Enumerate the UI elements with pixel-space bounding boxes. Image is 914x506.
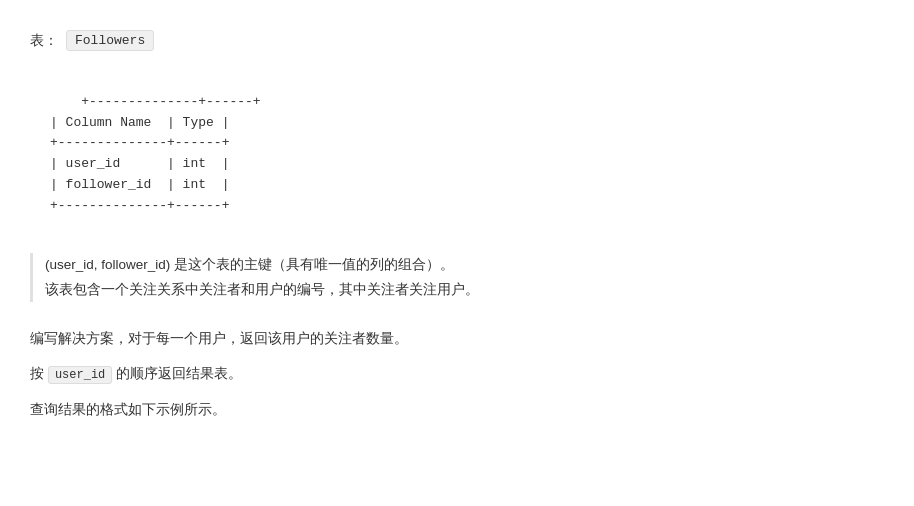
table-label-row: 表： Followers (30, 30, 884, 51)
schema-border-mid: +--------------+------+ (50, 135, 229, 150)
schema-border-top: +--------------+------+ (81, 94, 260, 109)
schema-border-bot: +--------------+------+ (50, 198, 229, 213)
order-field-code: user_id (48, 366, 112, 384)
task-order-line: 按 user_id 的顺序返回结果表。 (30, 361, 884, 387)
schema-row-follower-id: | follower_id | int | (50, 177, 229, 192)
table-name-badge: Followers (66, 30, 154, 51)
task-instruction: 编写解决方案，对于每一个用户，返回该用户的关注者数量。 (30, 326, 884, 351)
order-prefix: 按 (30, 365, 48, 381)
table-description: (user_id, follower_id) 是这个表的主键（具有唯一值的列的组… (30, 253, 884, 302)
task-section: 编写解决方案，对于每一个用户，返回该用户的关注者数量。 按 user_id 的顺… (30, 326, 884, 422)
schema-header: | Column Name | Type | (50, 115, 229, 130)
description-line2: 该表包含一个关注关系中关注者和用户的编号，其中关注者关注用户。 (45, 278, 884, 302)
schema-row-user-id: | user_id | int | (50, 156, 229, 171)
description-line1: (user_id, follower_id) 是这个表的主键（具有唯一值的列的组… (45, 253, 884, 277)
order-suffix: 的顺序返回结果表。 (112, 365, 242, 381)
table-label-prefix: 表： (30, 32, 58, 50)
task-format-note: 查询结果的格式如下示例所示。 (30, 397, 884, 422)
schema-table: +--------------+------+ | Column Name | … (50, 71, 884, 237)
